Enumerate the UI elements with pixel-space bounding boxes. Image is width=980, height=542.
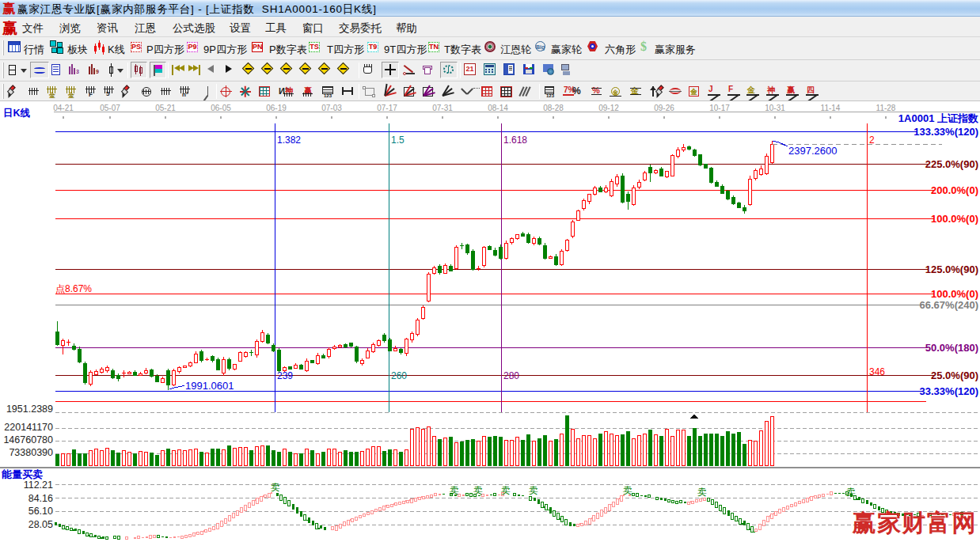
svg-text:50.0%(180): 50.0%(180) bbox=[925, 342, 978, 354]
svg-text:08-14: 08-14 bbox=[488, 104, 508, 112]
svg-text:11-28: 11-28 bbox=[876, 104, 896, 112]
svg-text:卖: 卖 bbox=[846, 487, 856, 498]
svg-text:09-26: 09-26 bbox=[654, 104, 674, 112]
svg-text:146760780: 146760780 bbox=[3, 434, 53, 445]
svg-text:卖: 卖 bbox=[529, 485, 538, 496]
svg-text:220141170: 220141170 bbox=[4, 422, 53, 433]
svg-text:07-03: 07-03 bbox=[321, 104, 342, 112]
svg-text:112.21: 112.21 bbox=[24, 479, 53, 491]
svg-text:08-28: 08-28 bbox=[543, 104, 564, 112]
svg-text:卖: 卖 bbox=[271, 482, 280, 493]
svg-text:卖: 卖 bbox=[501, 485, 511, 496]
svg-text:卖: 卖 bbox=[473, 485, 483, 496]
svg-text:06-05: 06-05 bbox=[211, 104, 231, 112]
svg-text:66.67%(240): 66.67%(240) bbox=[920, 299, 978, 311]
svg-text:28.05: 28.05 bbox=[28, 519, 53, 530]
svg-text:225.0%(90): 225.0%(90) bbox=[925, 158, 978, 170]
svg-text:赢家财富网: 赢家财富网 bbox=[852, 510, 978, 536]
svg-text:卖: 卖 bbox=[450, 485, 459, 496]
svg-text:07-31: 07-31 bbox=[432, 104, 453, 112]
svg-text:200.0%(0): 200.0%(0) bbox=[931, 184, 978, 196]
svg-text:11-14: 11-14 bbox=[821, 104, 841, 112]
svg-text:25.0%(90): 25.0%(90) bbox=[931, 370, 978, 381]
svg-text:能量买卖: 能量买卖 bbox=[2, 468, 43, 480]
svg-text:1951.2389: 1951.2389 bbox=[6, 404, 53, 415]
svg-text:1.382: 1.382 bbox=[277, 135, 301, 146]
svg-text:卖: 卖 bbox=[697, 487, 707, 498]
svg-text:239: 239 bbox=[277, 370, 293, 381]
svg-text:1.618: 1.618 bbox=[503, 135, 527, 146]
svg-text:10-17: 10-17 bbox=[709, 104, 730, 112]
svg-text:10-31: 10-31 bbox=[765, 104, 785, 112]
svg-text:1A0001 上证指数: 1A0001 上证指数 bbox=[898, 112, 978, 124]
svg-text:84.16: 84.16 bbox=[28, 493, 53, 504]
svg-text:卖: 卖 bbox=[623, 485, 632, 496]
svg-text:100.0%(0): 100.0%(0) bbox=[931, 288, 978, 300]
svg-text:100.0%(0): 100.0%(0) bbox=[931, 213, 978, 225]
svg-text:07-17: 07-17 bbox=[377, 104, 397, 112]
svg-text:133.33%(120): 133.33%(120) bbox=[914, 126, 978, 138]
svg-text:05-07: 05-07 bbox=[100, 104, 120, 112]
svg-text:73380390: 73380390 bbox=[9, 447, 53, 458]
svg-text:260: 260 bbox=[391, 370, 407, 381]
svg-text:280: 280 bbox=[503, 370, 519, 381]
svg-text:33.33%(120): 33.33%(120) bbox=[920, 385, 978, 397]
svg-text:1.5: 1.5 bbox=[391, 135, 405, 146]
svg-text:125.0%(90): 125.0%(90) bbox=[925, 263, 978, 275]
svg-text:346: 346 bbox=[869, 366, 885, 377]
svg-text:05-21: 05-21 bbox=[155, 104, 176, 112]
svg-text:2397.2600: 2397.2600 bbox=[788, 145, 837, 157]
svg-text:06-19: 06-19 bbox=[266, 104, 287, 112]
svg-text:日K线: 日K线 bbox=[3, 108, 31, 119]
svg-text:09-12: 09-12 bbox=[598, 104, 619, 112]
svg-text:56.10: 56.10 bbox=[28, 506, 53, 517]
svg-text:1991.0601: 1991.0601 bbox=[185, 380, 234, 392]
svg-text:04-21: 04-21 bbox=[53, 104, 74, 112]
svg-text:2: 2 bbox=[869, 135, 875, 146]
svg-text:点8.67%: 点8.67% bbox=[55, 283, 92, 294]
